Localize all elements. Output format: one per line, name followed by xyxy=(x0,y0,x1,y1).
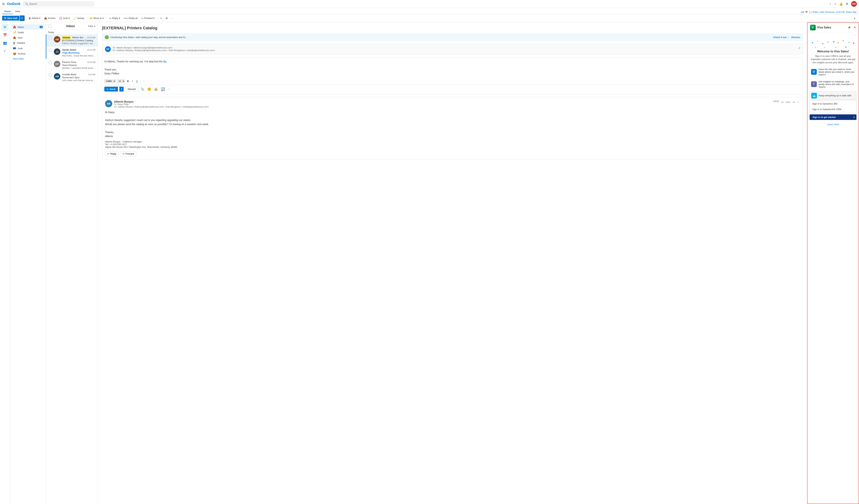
junk-button[interactable]: 🚫 Junk ▾ xyxy=(58,16,71,20)
font-size-select[interactable]: 11 xyxy=(117,79,125,83)
email-item-2[interactable]: JJ Jacob Jones 10:15 AM Yoga Workshop He… xyxy=(46,47,97,59)
email-item-3[interactable]: EP Eleanor Pena 10:02 AM Team Pictures @… xyxy=(46,59,97,71)
thread-sig-line-1: Alberto Burgos - Cafeteria manager xyxy=(105,140,800,143)
email-4-select[interactable] xyxy=(48,73,52,77)
thread-sender-info: Alberto Burgos To: Daisy Philip Cc: Kath… xyxy=(114,100,771,108)
thread-reply-all-icon[interactable]: ↩↩ xyxy=(785,100,791,104)
bell-icon[interactable]: 🔔 xyxy=(839,2,843,5)
folder-item-inbox[interactable]: 📥 Inbox 3 xyxy=(12,24,44,30)
tab-home[interactable]: Home xyxy=(2,9,13,14)
reply-all-button[interactable]: ↩↩ Reply all xyxy=(122,16,139,20)
search-box[interactable]: 🔍 xyxy=(23,2,94,6)
check-out-link[interactable]: Check it out xyxy=(773,36,786,38)
emoji-icon[interactable]: 🙂 xyxy=(147,86,152,92)
viva-feature-text-2: Get insights on meetings, and easily sha… xyxy=(818,80,855,88)
thread-actions: ↩ ↩↩ ↪ ··· xyxy=(781,100,800,104)
folder-item-deleted[interactable]: 🗑 Deleted xyxy=(12,41,44,46)
meeting-info[interactable]: 1:1 Robin / Katri Tomorrow, 12:00 PM, Te… xyxy=(809,11,857,13)
drafts-label: Drafts xyxy=(18,31,24,34)
email-4-content: Annette Black 9:42 AM Tomorrow's Sync Le… xyxy=(62,73,95,82)
undo-button[interactable]: ↩ xyxy=(159,16,164,20)
bold-button[interactable]: B xyxy=(126,79,130,83)
svg-point-3 xyxy=(828,42,829,43)
email-item-1[interactable]: AB External Alberto Burgos 10:23 AM [EXT… xyxy=(46,34,97,47)
attach-icon[interactable]: 📎 xyxy=(140,86,145,92)
reply-label: Reply xyxy=(112,17,118,19)
checkmark-icon[interactable]: ✓ xyxy=(834,2,837,5)
filter-button[interactable]: Filter ▾ xyxy=(88,25,95,28)
move-to-button[interactable]: 📂 Move to ▾ xyxy=(88,16,105,20)
new-mail-button[interactable]: ✉ New mail xyxy=(2,16,19,20)
expand-icon[interactable]: ⤢ xyxy=(798,46,800,50)
user-avatar[interactable]: KM xyxy=(851,1,857,7)
sidebar-icon-tasks[interactable]: ✓ xyxy=(1,47,9,54)
send-dropdown-button[interactable]: ▾ xyxy=(119,87,124,92)
delete-button[interactable]: 🗑 Delete ▾ xyxy=(27,16,42,20)
archive-button[interactable]: 📥 Archive xyxy=(42,16,57,20)
folder-item-junk[interactable]: 📭 Junk xyxy=(12,46,44,51)
reply-button[interactable]: ↩ Reply ▾ xyxy=(108,16,122,20)
close-icon[interactable]: ✕ xyxy=(854,26,856,30)
dismiss-link[interactable]: Dismiss xyxy=(792,36,800,38)
new-mail-dropdown-button[interactable]: ▾ xyxy=(20,15,25,21)
forward-button[interactable]: ↪ Forward ▾ xyxy=(140,16,156,20)
thread-reply-btn-label: Reply xyxy=(110,153,116,155)
search-input[interactable] xyxy=(29,2,92,5)
more-reply-icon[interactable]: ··· xyxy=(167,86,171,92)
signin-button[interactable]: Sign in to get started xyxy=(810,114,852,120)
sidebar-icon-people[interactable]: 👥 xyxy=(1,39,9,46)
signin-dropdown-button[interactable]: ▾ xyxy=(852,114,857,120)
discard-button[interactable]: Discard xyxy=(125,86,138,92)
signature-icon[interactable]: ✍ xyxy=(153,86,159,92)
thread-reply-icon[interactable]: ↩ xyxy=(781,100,784,104)
font-select[interactable]: Calibri xyxy=(104,79,116,83)
delete-label: Delete xyxy=(32,17,39,19)
learn-more-link[interactable]: Learn more xyxy=(827,123,839,126)
more-options-icon[interactable]: ··· xyxy=(854,33,857,36)
folder-item-drafts[interactable]: 📝 Drafts xyxy=(12,30,44,35)
tab-view[interactable]: View xyxy=(13,9,22,14)
email-3-select[interactable] xyxy=(48,61,52,64)
inbox-label: Inbox xyxy=(18,26,24,28)
thread-body: Hi Daisy, Kathryn Murphy suggested I rea… xyxy=(105,110,800,138)
file-link[interactable]: file xyxy=(163,60,166,63)
folder-item-archive[interactable]: 📦 Archive xyxy=(12,51,44,56)
thread-forward-button[interactable]: ↪ Forward xyxy=(120,151,136,156)
loop-icon[interactable]: 🔄 xyxy=(160,86,166,92)
collapse-button[interactable]: ▴ xyxy=(853,16,857,20)
italic-button[interactable]: I xyxy=(131,79,134,83)
thread-sig-line-2: Tel: +1 619 555 0127 xyxy=(105,143,800,146)
email-item-4[interactable]: AB Annette Black 9:42 AM Tomorrow's Sync… xyxy=(46,71,97,84)
sweep-button[interactable]: 🧹 Sweep xyxy=(72,16,86,20)
grid-button[interactable]: ⊞ xyxy=(164,16,169,20)
svg-point-5 xyxy=(838,42,839,44)
thread-sender-avatar: AB xyxy=(105,100,112,107)
email-viewer-subject: [EXTERNAL] Printers Catalog xyxy=(102,26,803,30)
more-button[interactable]: ··· xyxy=(170,16,175,20)
crm-option-dynamics[interactable]: Sign in to Dynamics 365 xyxy=(810,101,856,107)
inbox-badge: 3 xyxy=(40,26,43,28)
thread-reply-button[interactable]: ↩ Reply xyxy=(105,151,119,156)
viva-feature-cloud: ☁ Keep everything up to date with xyxy=(810,91,857,100)
new-mail-label: New mail xyxy=(7,17,17,19)
thread-bottom-actions: ↩ Reply ↪ Forward xyxy=(105,151,800,156)
folder-item-sent[interactable]: 📤 Sent xyxy=(12,35,44,41)
app-launcher-icon[interactable]: ⊞ xyxy=(2,2,5,6)
underline-button[interactable]: U xyxy=(135,79,139,83)
sidebar-icon-mail[interactable]: ✉ xyxy=(1,23,9,31)
viva-promo-icon: 🟢 xyxy=(105,35,109,39)
send-button[interactable]: ▷ Send xyxy=(104,87,118,92)
select-all-circle[interactable] xyxy=(48,25,51,28)
email-2-select[interactable] xyxy=(48,48,52,52)
thread-more-icon[interactable]: ··· xyxy=(797,100,800,104)
circle-icon[interactable]: ○ xyxy=(829,2,831,5)
email-body-text: Hi Alberto, Thanks for reaching out. I'v… xyxy=(104,60,800,63)
thread-forward-icon[interactable]: ↪ xyxy=(792,100,795,104)
sidebar-icon-calendar[interactable]: 📅 xyxy=(1,31,9,38)
new-folder-link[interactable]: New folder xyxy=(12,56,44,61)
settings-icon[interactable]: ⚙ xyxy=(846,2,848,5)
email-1-select[interactable] xyxy=(48,36,52,40)
pin-icon[interactable]: 📌 xyxy=(847,26,850,29)
more-format-button[interactable]: ··· xyxy=(142,79,146,83)
crm-option-salesforce[interactable]: Sign in to Salesforce® CRM xyxy=(810,107,856,112)
